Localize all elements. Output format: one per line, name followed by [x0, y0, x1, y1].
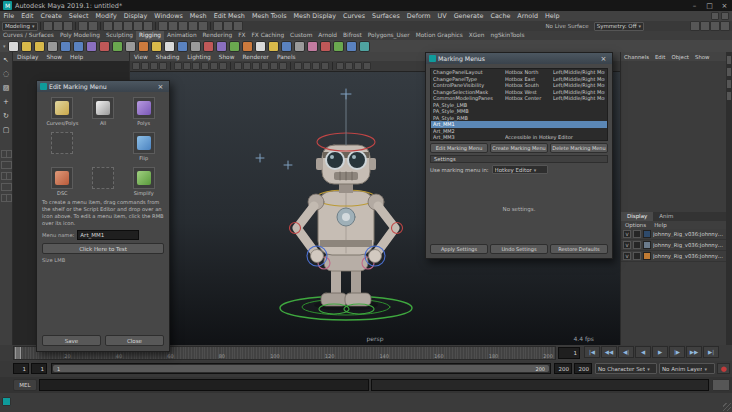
viewport-toolbar-icon[interactable]: [363, 62, 371, 70]
shelf-tab[interactable]: ngSkinTools: [488, 31, 528, 40]
undo-settings-button[interactable]: Undo Settings: [490, 244, 548, 254]
viewport-menu-panels[interactable]: Panels: [273, 54, 300, 60]
menu-edit-mesh[interactable]: Edit Mesh: [210, 11, 248, 21]
animation-start-field[interactable]: 1: [13, 363, 29, 374]
viewport-menu-shading[interactable]: Shading: [152, 54, 184, 60]
marking-menus-titlebar[interactable]: Marking Menus ×: [426, 53, 612, 64]
current-frame-field[interactable]: 1: [558, 347, 580, 359]
save-scene-icon[interactable]: [63, 21, 73, 31]
bookmark-workspace-icon[interactable]: [721, 12, 729, 20]
play-forwards-button[interactable]: ▶: [652, 346, 668, 358]
shelf-item-icon[interactable]: [151, 41, 162, 52]
layer-display-type-toggle[interactable]: [633, 230, 641, 238]
viewport-toolbar-icon[interactable]: [252, 62, 260, 70]
layer-visibility-toggle[interactable]: V: [623, 252, 631, 260]
menu-slot-e[interactable]: [133, 132, 155, 154]
shelf-item-icon[interactable]: [99, 41, 110, 52]
outliner-menu-display[interactable]: Display: [13, 54, 42, 60]
menu-set-selector[interactable]: Modeling ▾: [2, 22, 38, 31]
shelf-item-icon[interactable]: [138, 41, 149, 52]
viewport-toolbar-icon[interactable]: [219, 62, 227, 70]
menu-mesh[interactable]: Mesh: [186, 11, 210, 21]
shelf-item-icon[interactable]: [34, 41, 45, 52]
toggle-tool-settings-icon[interactable]: [710, 21, 720, 31]
marking-menu-row[interactable]: ChangePanelTypeHotbox EastLeft/Middle/Ri…: [431, 76, 607, 83]
viewport-toolbar-icon[interactable]: [312, 62, 320, 70]
viewport-menu-view[interactable]: View: [130, 54, 152, 60]
menu-arnold[interactable]: Arnold: [514, 11, 542, 21]
shelf-item-icon[interactable]: [255, 41, 266, 52]
workspace-icon[interactable]: [711, 12, 719, 20]
marking-menu-row[interactable]: ControlPaneVisibilityHotbox SouthLeft/Mi…: [431, 82, 607, 89]
range-slider[interactable]: 1 200: [51, 363, 551, 374]
viewport-toolbar-icon[interactable]: [141, 62, 149, 70]
viewport-toolbar-icon[interactable]: [159, 62, 167, 70]
animation-end-field[interactable]: 200: [574, 363, 592, 374]
layout-persp-outliner-icon[interactable]: [1, 183, 12, 191]
step-back-key-button[interactable]: ◀◀: [601, 346, 617, 358]
layer-color-swatch[interactable]: [643, 241, 651, 249]
layer-color-swatch[interactable]: [643, 252, 651, 260]
shelf-tab[interactable]: Bifrost: [340, 31, 365, 40]
current-frame-marker[interactable]: [15, 347, 21, 359]
layout-two-pane-icon[interactable]: [1, 161, 12, 169]
render-settings-icon[interactable]: [233, 21, 243, 31]
viewport-menu-lighting[interactable]: Lighting: [183, 54, 214, 60]
shelf-item-icon[interactable]: [125, 41, 136, 52]
viewport-toolbar-icon[interactable]: [321, 62, 329, 70]
viewport-toolbar-icon[interactable]: [132, 62, 140, 70]
select-hierarchy-icon[interactable]: [103, 21, 113, 31]
menu-surfaces[interactable]: Surfaces: [369, 11, 404, 21]
shelf-item-icon[interactable]: [333, 41, 344, 52]
range-slider-bar[interactable]: 1 200: [53, 365, 549, 372]
viewport-toolbar-icon[interactable]: [243, 62, 251, 70]
snap-to-grid-icon[interactable]: [158, 21, 168, 31]
shelf-tab[interactable]: Arnold: [315, 31, 340, 40]
character-set-selector[interactable]: No Character Set ▾: [595, 363, 657, 374]
shelf-item-icon[interactable]: [73, 41, 84, 52]
toggle-modeling-toolkit-icon[interactable]: [690, 21, 700, 31]
symmetry-selector[interactable]: Symmetry: Off ▾: [594, 22, 644, 31]
step-forward-frame-button[interactable]: |▶: [669, 346, 685, 358]
channel-box-list[interactable]: [621, 61, 726, 212]
display-layer-row[interactable]: V Johnny_Rig_v036:Johnny_contr...: [621, 229, 726, 240]
shelf-tab-active[interactable]: Rigging: [136, 31, 164, 40]
render-frame-icon[interactable]: [213, 21, 223, 31]
shelf-tab[interactable]: Animation: [164, 31, 200, 40]
close-icon[interactable]: ×: [155, 83, 166, 91]
viewport-toolbar-icon[interactable]: [174, 62, 182, 70]
layer-display-type-toggle[interactable]: [633, 252, 641, 260]
marking-menu-row[interactable]: Art_MM3Accessible in Hotkey Editor: [431, 134, 607, 141]
create-marking-menu-button[interactable]: Create Marking Menu: [490, 143, 548, 153]
menu-slot-sw[interactable]: [51, 167, 73, 189]
viewport-toolbar-icon[interactable]: [336, 62, 344, 70]
shelf-item-icon[interactable]: [242, 41, 253, 52]
menu-mesh-tools[interactable]: Mesh Tools: [248, 11, 290, 21]
edit-marking-menu-titlebar[interactable]: Edit Marking Menu ×: [37, 81, 169, 92]
rotate-tool-icon[interactable]: ↻: [1, 111, 12, 122]
menu-create[interactable]: Create: [37, 11, 65, 21]
layer-display-type-toggle[interactable]: [633, 241, 641, 249]
menu-slot-s[interactable]: [92, 167, 114, 189]
outliner-menu-help[interactable]: Help: [66, 54, 87, 60]
toggle-attribute-editor-icon[interactable]: [700, 21, 710, 31]
move-tool-icon[interactable]: +: [1, 97, 12, 108]
go-to-end-button[interactable]: ▶|: [703, 346, 719, 358]
command-line-input[interactable]: [39, 379, 369, 391]
viewport-toolbar-icon[interactable]: [210, 62, 218, 70]
script-editor-icon[interactable]: [712, 379, 730, 391]
viewport-toolbar-icon[interactable]: [201, 62, 209, 70]
minimize-button[interactable]: –: [687, 2, 702, 10]
layer-color-swatch[interactable]: [643, 230, 651, 238]
shelf-item-icon[interactable]: [346, 41, 357, 52]
apply-settings-button[interactable]: Apply Settings: [430, 244, 488, 254]
shelf-item-icon[interactable]: [86, 41, 97, 52]
viewport-menu-renderer[interactable]: Renderer: [238, 54, 272, 60]
shelf-menu-icon[interactable]: ▾: [3, 43, 6, 49]
layer-visibility-toggle[interactable]: V: [623, 230, 631, 238]
menu-select[interactable]: Select: [65, 11, 92, 21]
viewport-toolbar-icon[interactable]: [279, 62, 287, 70]
close-window-button[interactable]: Close: [105, 335, 164, 346]
shelf-item-icon[interactable]: [47, 41, 58, 52]
viewport-toolbar-icon[interactable]: [150, 62, 158, 70]
